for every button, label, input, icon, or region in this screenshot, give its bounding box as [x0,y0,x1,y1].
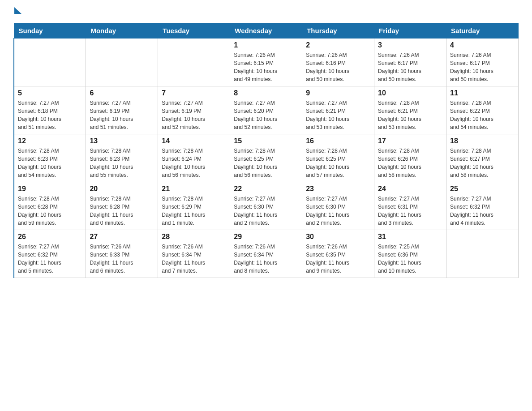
day-info: Sunrise: 7:28 AM Sunset: 6:25 PM Dayligh… [306,147,370,179]
day-number: 7 [162,89,226,97]
day-number: 13 [90,137,154,145]
logo-arrow-icon [14,7,21,14]
day-number: 24 [378,185,442,193]
calendar-week-row: 5Sunrise: 7:27 AM Sunset: 6:18 PM Daylig… [14,86,519,134]
calendar-cell: 4Sunrise: 7:26 AM Sunset: 6:17 PM Daylig… [446,39,519,86]
day-header-saturday: Saturday [446,23,519,39]
day-info: Sunrise: 7:27 AM Sunset: 6:21 PM Dayligh… [306,99,370,131]
day-info: Sunrise: 7:26 AM Sunset: 6:17 PM Dayligh… [450,51,515,83]
day-number: 28 [162,233,226,241]
day-info: Sunrise: 7:26 AM Sunset: 6:35 PM Dayligh… [306,243,370,275]
day-number: 23 [306,185,370,193]
day-number: 31 [378,233,442,241]
calendar-cell: 17Sunrise: 7:28 AM Sunset: 6:26 PM Dayli… [374,134,446,182]
calendar-cell: 13Sunrise: 7:28 AM Sunset: 6:23 PM Dayli… [86,134,158,182]
logo [13,9,30,14]
day-number: 26 [18,233,82,241]
day-info: Sunrise: 7:28 AM Sunset: 6:23 PM Dayligh… [90,147,154,179]
calendar-cell: 15Sunrise: 7:28 AM Sunset: 6:25 PM Dayli… [230,134,302,182]
day-info: Sunrise: 7:26 AM Sunset: 6:34 PM Dayligh… [234,243,298,275]
calendar-cell: 12Sunrise: 7:28 AM Sunset: 6:23 PM Dayli… [14,134,86,182]
day-number: 27 [90,233,154,241]
calendar-cell: 22Sunrise: 7:27 AM Sunset: 6:30 PM Dayli… [230,182,302,230]
day-info: Sunrise: 7:28 AM Sunset: 6:28 PM Dayligh… [18,195,82,227]
day-number: 4 [450,41,515,49]
day-info: Sunrise: 7:26 AM Sunset: 6:16 PM Dayligh… [306,51,370,83]
day-info: Sunrise: 7:28 AM Sunset: 6:27 PM Dayligh… [450,147,515,179]
calendar-cell [86,39,158,86]
day-info: Sunrise: 7:26 AM Sunset: 6:34 PM Dayligh… [162,243,226,275]
day-number: 29 [234,233,298,241]
day-header-thursday: Thursday [302,23,374,39]
day-info: Sunrise: 7:28 AM Sunset: 6:25 PM Dayligh… [234,147,298,179]
day-info: Sunrise: 7:28 AM Sunset: 6:23 PM Dayligh… [18,147,82,179]
calendar-cell: 5Sunrise: 7:27 AM Sunset: 6:18 PM Daylig… [14,86,86,134]
day-number: 1 [234,41,298,49]
calendar-cell: 20Sunrise: 7:28 AM Sunset: 6:28 PM Dayli… [86,182,158,230]
day-info: Sunrise: 7:28 AM Sunset: 6:22 PM Dayligh… [450,99,515,131]
calendar-cell: 9Sunrise: 7:27 AM Sunset: 6:21 PM Daylig… [302,86,374,134]
day-info: Sunrise: 7:27 AM Sunset: 6:30 PM Dayligh… [306,195,370,227]
day-number: 9 [306,89,370,97]
calendar-cell: 19Sunrise: 7:28 AM Sunset: 6:28 PM Dayli… [14,182,86,230]
day-number: 20 [90,185,154,193]
day-info: Sunrise: 7:27 AM Sunset: 6:20 PM Dayligh… [234,99,298,131]
calendar-cell: 7Sunrise: 7:27 AM Sunset: 6:19 PM Daylig… [158,86,230,134]
day-info: Sunrise: 7:28 AM Sunset: 6:26 PM Dayligh… [378,147,442,179]
calendar-week-row: 26Sunrise: 7:27 AM Sunset: 6:32 PM Dayli… [14,230,519,278]
calendar-cell: 2Sunrise: 7:26 AM Sunset: 6:16 PM Daylig… [302,39,374,86]
calendar-cell: 25Sunrise: 7:27 AM Sunset: 6:32 PM Dayli… [446,182,519,230]
calendar-cell: 31Sunrise: 7:25 AM Sunset: 6:36 PM Dayli… [374,230,446,278]
calendar-cell: 27Sunrise: 7:26 AM Sunset: 6:33 PM Dayli… [86,230,158,278]
calendar-table: SundayMondayTuesdayWednesdayThursdayFrid… [13,23,519,278]
day-info: Sunrise: 7:26 AM Sunset: 6:33 PM Dayligh… [90,243,154,275]
calendar-cell: 26Sunrise: 7:27 AM Sunset: 6:32 PM Dayli… [14,230,86,278]
day-info: Sunrise: 7:27 AM Sunset: 6:32 PM Dayligh… [450,195,515,227]
day-number: 15 [234,137,298,145]
calendar-cell: 16Sunrise: 7:28 AM Sunset: 6:25 PM Dayli… [302,134,374,182]
day-info: Sunrise: 7:27 AM Sunset: 6:30 PM Dayligh… [234,195,298,227]
day-info: Sunrise: 7:27 AM Sunset: 6:18 PM Dayligh… [18,99,82,131]
calendar-cell [158,39,230,86]
calendar-cell: 18Sunrise: 7:28 AM Sunset: 6:27 PM Dayli… [446,134,519,182]
calendar-cell: 28Sunrise: 7:26 AM Sunset: 6:34 PM Dayli… [158,230,230,278]
day-info: Sunrise: 7:26 AM Sunset: 6:15 PM Dayligh… [234,51,298,83]
day-info: Sunrise: 7:28 AM Sunset: 6:29 PM Dayligh… [162,195,226,227]
day-info: Sunrise: 7:27 AM Sunset: 6:32 PM Dayligh… [18,243,82,275]
day-number: 11 [450,89,515,97]
day-info: Sunrise: 7:27 AM Sunset: 6:19 PM Dayligh… [90,99,154,131]
day-header-tuesday: Tuesday [158,23,230,39]
calendar-cell: 30Sunrise: 7:26 AM Sunset: 6:35 PM Dayli… [302,230,374,278]
calendar-cell: 8Sunrise: 7:27 AM Sunset: 6:20 PM Daylig… [230,86,302,134]
day-number: 17 [378,137,442,145]
day-header-sunday: Sunday [14,23,86,39]
calendar-header-row: SundayMondayTuesdayWednesdayThursdayFrid… [14,23,519,39]
day-number: 18 [450,137,515,145]
calendar-week-row: 12Sunrise: 7:28 AM Sunset: 6:23 PM Dayli… [14,134,519,182]
calendar-cell: 24Sunrise: 7:27 AM Sunset: 6:31 PM Dayli… [374,182,446,230]
calendar-cell: 11Sunrise: 7:28 AM Sunset: 6:22 PM Dayli… [446,86,519,134]
calendar-cell: 21Sunrise: 7:28 AM Sunset: 6:29 PM Dayli… [158,182,230,230]
day-header-monday: Monday [86,23,158,39]
day-number: 14 [162,137,226,145]
day-number: 8 [234,89,298,97]
day-number: 6 [90,89,154,97]
day-number: 3 [378,41,442,49]
day-info: Sunrise: 7:27 AM Sunset: 6:31 PM Dayligh… [378,195,442,227]
calendar-cell: 10Sunrise: 7:28 AM Sunset: 6:21 PM Dayli… [374,86,446,134]
calendar-week-row: 19Sunrise: 7:28 AM Sunset: 6:28 PM Dayli… [14,182,519,230]
day-number: 19 [18,185,82,193]
day-info: Sunrise: 7:28 AM Sunset: 6:24 PM Dayligh… [162,147,226,179]
calendar-cell: 6Sunrise: 7:27 AM Sunset: 6:19 PM Daylig… [86,86,158,134]
day-number: 25 [450,185,515,193]
calendar-cell [14,39,86,86]
day-info: Sunrise: 7:26 AM Sunset: 6:17 PM Dayligh… [378,51,442,83]
day-number: 22 [234,185,298,193]
day-info: Sunrise: 7:28 AM Sunset: 6:21 PM Dayligh… [378,99,442,131]
calendar-cell: 3Sunrise: 7:26 AM Sunset: 6:17 PM Daylig… [374,39,446,86]
calendar-cell: 23Sunrise: 7:27 AM Sunset: 6:30 PM Dayli… [302,182,374,230]
day-number: 10 [378,89,442,97]
day-header-friday: Friday [374,23,446,39]
day-number: 12 [18,137,82,145]
calendar-cell: 1Sunrise: 7:26 AM Sunset: 6:15 PM Daylig… [230,39,302,86]
